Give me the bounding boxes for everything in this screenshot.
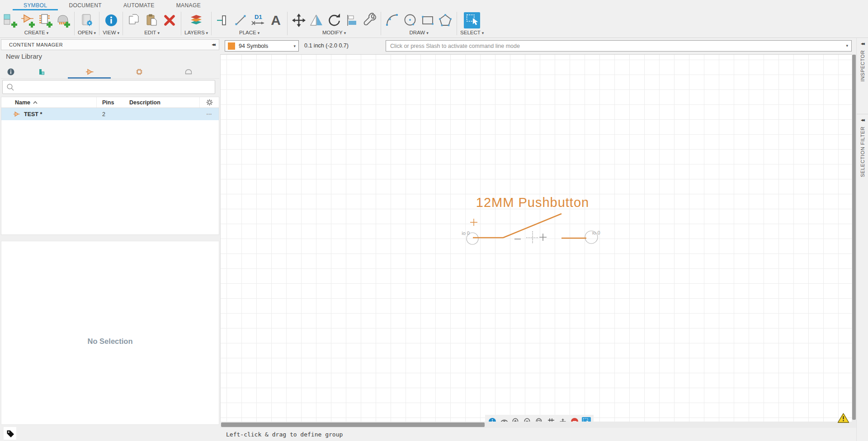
content-manager-header[interactable]: CONTENT MANAGER ◀◀ [1, 39, 219, 50]
column-header-name[interactable]: Name [1, 97, 97, 108]
dropdown-arrow-icon[interactable]: ▾ [426, 31, 429, 35]
dropdown-arrow-icon[interactable]: ▾ [118, 31, 120, 35]
tab-manage[interactable]: MANAGE [165, 0, 212, 10]
view-info-button[interactable] [103, 12, 119, 29]
move-button[interactable] [291, 12, 307, 29]
circle-icon [402, 13, 418, 28]
tab-components[interactable] [33, 67, 51, 77]
dropdown-arrow-icon[interactable]: ▾ [482, 31, 484, 35]
table-settings-button[interactable] [200, 99, 219, 106]
new-library-icon [2, 13, 18, 28]
tag-button[interactable] [4, 427, 16, 440]
draw-arc-button[interactable] [384, 12, 401, 29]
collapse-panel-icon[interactable]: ◀◀ [212, 43, 215, 47]
grid-toggle-button[interactable] [547, 417, 556, 422]
select-mode-button[interactable] [582, 417, 591, 422]
selection-filter-tab[interactable]: ◀◀ SELECTION FILTER [857, 114, 868, 177]
select-icon [464, 12, 480, 29]
rotate-button[interactable] [326, 12, 342, 29]
zoom-in-button[interactable] [511, 417, 520, 422]
dropdown-arrow-icon[interactable]: ▾ [47, 31, 49, 35]
table-header: Name Pins Description [1, 97, 219, 108]
column-header-description[interactable]: Description [126, 97, 200, 108]
inspector-tab[interactable]: ◀◀ INSPECTOR [857, 38, 868, 114]
delete-x-icon [162, 13, 177, 28]
new-library-button[interactable] [2, 12, 18, 29]
wrench-button[interactable] [361, 12, 377, 29]
vertical-scrollbar[interactable] [852, 54, 856, 428]
dropdown-arrow-icon[interactable]: ▾ [157, 31, 160, 35]
content-manager-tabs [1, 65, 219, 79]
remove-button[interactable] [570, 417, 579, 422]
new-component-button[interactable] [37, 12, 53, 29]
tab-library-info[interactable] [2, 67, 20, 77]
layer-dropdown[interactable]: 94 Symbols ▾ [225, 40, 299, 52]
tab-automate[interactable]: AUTOMATE [113, 0, 165, 10]
layers-button[interactable] [188, 12, 204, 29]
warning-indicator[interactable] [837, 413, 849, 425]
line-icon [233, 13, 248, 28]
symbol-icon [13, 110, 20, 118]
dropdown-arrow-icon[interactable]: ▾ [258, 31, 260, 35]
origin-toggle-button[interactable] [558, 417, 567, 422]
zoom-window-button[interactable] [535, 417, 544, 422]
dropdown-arrow-icon[interactable]: ▾ [94, 31, 96, 35]
content-manager-panel: CONTENT MANAGER ◀◀ New Library [0, 38, 220, 441]
row-actions-icon[interactable]: ••• [200, 112, 219, 117]
mirror-button[interactable] [308, 12, 325, 29]
switch-wires[interactable] [473, 214, 586, 238]
tab-document[interactable]: DOCUMENT [58, 0, 113, 10]
tab-packages[interactable] [130, 67, 148, 77]
group-open-label: OPEN [78, 30, 93, 35]
paste-button[interactable] [144, 12, 160, 29]
ribbon-separator [211, 12, 212, 35]
vertical-scrollbar-thumb[interactable] [852, 55, 856, 420]
copy-button[interactable] [126, 12, 142, 29]
open-library-button[interactable] [79, 12, 95, 29]
draw-polygon-button[interactable] [437, 12, 453, 29]
zoom-out-button[interactable] [523, 417, 532, 422]
library-name: New Library [6, 52, 42, 60]
open-library-icon [79, 13, 94, 28]
command-line-input[interactable] [386, 40, 852, 52]
table-row[interactable]: TEST * 2 ••• [1, 108, 219, 120]
select-button[interactable] [464, 12, 480, 29]
pin-right-circle[interactable] [585, 231, 598, 244]
place-line-button[interactable] [232, 12, 249, 29]
draw-rectangle-button[interactable] [420, 12, 436, 29]
tab-3d-models[interactable] [179, 67, 198, 77]
expand-panel-icon[interactable]: ◀◀ [861, 42, 864, 46]
column-header-pins[interactable]: Pins [97, 99, 126, 106]
new-component-icon [38, 13, 53, 28]
search-box[interactable] [2, 80, 215, 94]
symbol-icon [85, 67, 94, 76]
delete-button[interactable] [161, 12, 178, 29]
align-button[interactable] [344, 12, 360, 29]
tab-symbol[interactable]: SYMBOL [13, 0, 58, 10]
tab-symbols[interactable] [80, 67, 99, 77]
ribbon-separator [123, 12, 123, 35]
search-icon [6, 83, 14, 91]
symbol-editor-canvas[interactable]: 12MM Pushbutton io 0 io 0 [220, 54, 852, 422]
canvas-info-button[interactable] [488, 417, 497, 422]
new-symbol-button[interactable] [19, 12, 36, 29]
content-manager-title: CONTENT MANAGER [9, 42, 212, 47]
arc-icon [385, 13, 400, 28]
place-text-button[interactable]: A [268, 12, 284, 29]
pin-left-circle[interactable] [467, 233, 478, 244]
dropdown-arrow-icon[interactable]: ▾ [344, 31, 346, 35]
model-3d-icon [184, 67, 193, 76]
draw-circle-button[interactable] [402, 12, 418, 29]
place-pin-button[interactable] [215, 12, 231, 29]
expand-panel-icon[interactable]: ◀◀ [861, 118, 864, 122]
search-input[interactable] [18, 84, 211, 90]
zoom-fit-button[interactable] [500, 417, 509, 422]
group-modify: MODIFY▾ [291, 10, 377, 35]
dropdown-arrow-icon[interactable]: ▾ [206, 31, 208, 35]
place-dimension-button[interactable]: D1 [250, 12, 266, 29]
symbol-title-text[interactable]: 12MM Pushbutton [476, 195, 589, 210]
group-select-label: SELECT [460, 30, 481, 35]
horizontal-scrollbar[interactable] [220, 422, 852, 428]
new-package-button[interactable] [55, 12, 71, 29]
horizontal-scrollbar-thumb[interactable] [221, 422, 485, 427]
